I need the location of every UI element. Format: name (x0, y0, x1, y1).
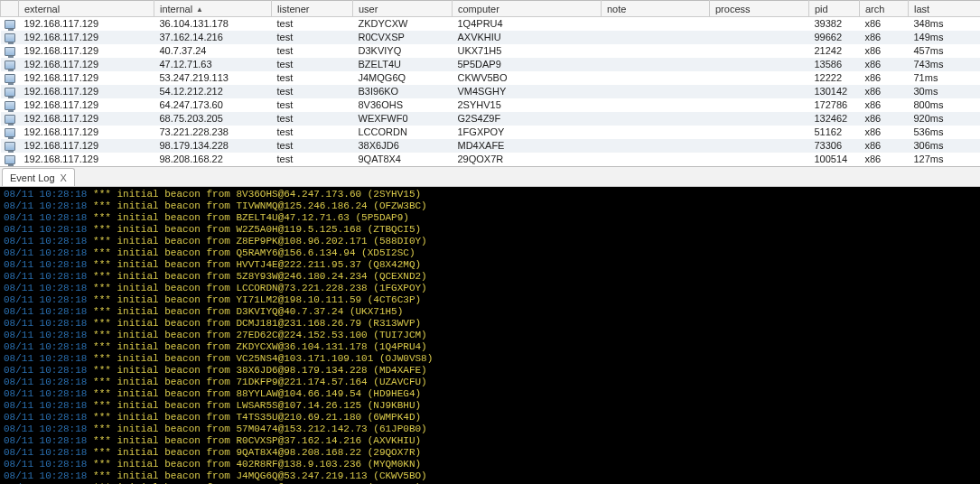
cell-pid: 13586 (809, 58, 860, 71)
col-external[interactable]: external (19, 1, 154, 17)
log-line: 08/11 10:28:18 *** initial beacon from T… (4, 412, 976, 424)
log-message: *** initial beacon from Q5RAMY6@156.6.13… (93, 247, 415, 258)
cell-user: LCCORDN (353, 126, 453, 139)
cell-note (602, 71, 710, 85)
log-message: *** initial beacon from HVVTJ4E@222.211.… (93, 259, 421, 270)
cell-pid: 39382 (809, 17, 860, 32)
cell-last: 306ms (909, 139, 981, 153)
monitor-icon (5, 155, 15, 164)
log-message: *** initial beacon from ZKDYCXW@36.104.1… (93, 341, 427, 352)
log-timestamp: 08/11 10:28:18 (4, 377, 93, 387)
cell-external: 192.168.117.129 (19, 17, 154, 32)
cell-listener: test (272, 139, 353, 153)
cell-pid: 21242 (809, 44, 860, 58)
col-listener[interactable]: listener (272, 1, 353, 17)
log-line: 08/11 10:28:18 *** initial beacon from D… (4, 318, 976, 330)
cell-pid: 100514 (809, 153, 860, 166)
table-row[interactable]: 192.168.117.12998.208.168.22test9QAT8X42… (1, 153, 981, 166)
cell-arch: x86 (860, 112, 909, 126)
cell-computer: VM4SGHY (453, 85, 602, 98)
col-pid[interactable]: pid (809, 1, 860, 17)
cell-process (710, 153, 809, 166)
cell-internal: 98.179.134.228 (154, 139, 272, 153)
cell-computer: 1Q4PRU4 (453, 17, 602, 32)
cell-user: 38X6JD6 (353, 139, 453, 153)
cell-external: 192.168.117.129 (19, 85, 154, 98)
cell-user: B3I96KO (353, 85, 453, 98)
cell-note (602, 139, 710, 153)
col-process[interactable]: process (710, 1, 809, 17)
beacon-icon (1, 112, 19, 126)
monitor-icon (5, 142, 15, 151)
table-row[interactable]: 192.168.117.12968.75.203.205testWEXFWF0G… (1, 112, 981, 126)
table-row[interactable]: 192.168.117.12964.247.173.60test8V36OHS2… (1, 98, 981, 112)
cell-process (710, 98, 809, 112)
log-timestamp: 08/11 10:28:18 (4, 247, 93, 258)
col-user[interactable]: user (353, 1, 453, 17)
close-icon[interactable]: X (61, 172, 67, 183)
cell-internal: 37.162.14.216 (154, 31, 272, 44)
monitor-icon (5, 115, 15, 124)
col-internal[interactable]: internal▲ (154, 1, 272, 17)
cell-internal: 54.12.212.212 (154, 85, 272, 98)
log-line: 08/11 10:28:18 *** initial beacon from H… (4, 259, 976, 271)
beacon-table[interactable]: external internal▲ listener user compute… (0, 0, 980, 166)
cell-external: 192.168.117.129 (19, 31, 154, 44)
cell-arch: x86 (860, 85, 909, 98)
col-computer[interactable]: computer (453, 1, 602, 17)
cell-arch: x86 (860, 17, 909, 32)
log-message: *** initial beacon from 38X6JD6@98.179.1… (93, 365, 427, 376)
log-line: 08/11 10:28:18 *** initial beacon from B… (4, 212, 976, 224)
cell-computer: 2SYHV15 (453, 98, 602, 112)
log-timestamp: 08/11 10:28:18 (4, 470, 93, 481)
cell-computer: MD4XAFE (453, 139, 602, 153)
tab-event-log[interactable]: Event Log X (2, 168, 75, 186)
cell-last: 536ms (909, 126, 981, 139)
cell-note (602, 153, 710, 166)
table-row[interactable]: 192.168.117.12947.12.71.63testBZELT4U5P5… (1, 58, 981, 71)
col-last[interactable]: last (909, 1, 981, 17)
cell-listener: test (272, 17, 353, 32)
log-line: 08/11 10:28:18 *** initial beacon from Q… (4, 247, 976, 259)
cell-pid: 73306 (809, 139, 860, 153)
log-line: 08/11 10:28:18 *** initial beacon from R… (4, 435, 976, 447)
table-row[interactable]: 192.168.117.12940.7.37.24testD3KVIYQUKX7… (1, 44, 981, 58)
monitor-icon (5, 33, 15, 42)
log-message: *** initial beacon from 9QAT8X4@98.208.1… (93, 447, 421, 458)
log-message: *** initial beacon from 27ED62C@224.152.… (93, 330, 427, 340)
monitor-icon (5, 74, 15, 83)
table-row[interactable]: 192.168.117.12954.12.212.212testB3I96KOV… (1, 85, 981, 98)
beacon-icon (1, 85, 19, 98)
log-timestamp: 08/11 10:28:18 (4, 353, 93, 364)
log-line: 08/11 10:28:18 *** initial beacon from Z… (4, 341, 976, 353)
table-row[interactable]: 192.168.117.12936.104.131.178testZKDYCXW… (1, 17, 981, 32)
log-message: *** initial beacon from W2Z5A0H@119.5.12… (93, 224, 421, 235)
cell-listener: test (272, 71, 353, 85)
table-row[interactable]: 192.168.117.12937.162.14.216testR0CVXSPA… (1, 31, 981, 44)
cell-computer: 1FGXPOY (453, 126, 602, 139)
cell-user: ZKDYCXW (353, 17, 453, 32)
cell-user: R0CVXSP (353, 31, 453, 44)
table-header-row: external internal▲ listener user compute… (1, 1, 981, 17)
col-icon[interactable] (1, 1, 19, 17)
log-timestamp: 08/11 10:28:18 (4, 365, 93, 376)
event-log-pane[interactable]: 08/11 10:28:18 *** initial beacon from 8… (0, 187, 980, 484)
cell-last: 457ms (909, 44, 981, 58)
col-arch[interactable]: arch (860, 1, 909, 17)
table-row[interactable]: 192.168.117.12998.179.134.228test38X6JD6… (1, 139, 981, 153)
cell-pid: 12222 (809, 71, 860, 85)
log-message: *** initial beacon from BZELT4U@47.12.71… (93, 212, 409, 223)
log-timestamp: 08/11 10:28:18 (4, 388, 93, 399)
cell-external: 192.168.117.129 (19, 153, 154, 166)
table-row[interactable]: 192.168.117.12973.221.228.238testLCCORDN… (1, 126, 981, 139)
cell-process (710, 58, 809, 71)
log-timestamp: 08/11 10:28:18 (4, 318, 93, 329)
cell-internal: 68.75.203.205 (154, 112, 272, 126)
log-line: 08/11 10:28:18 *** initial beacon from L… (4, 283, 976, 294)
beacon-icon (1, 31, 19, 44)
cell-process (710, 17, 809, 32)
col-note[interactable]: note (602, 1, 710, 17)
beacon-icon (1, 44, 19, 58)
table-row[interactable]: 192.168.117.12953.247.219.113testJ4MQG6Q… (1, 71, 981, 85)
cell-note (602, 85, 710, 98)
